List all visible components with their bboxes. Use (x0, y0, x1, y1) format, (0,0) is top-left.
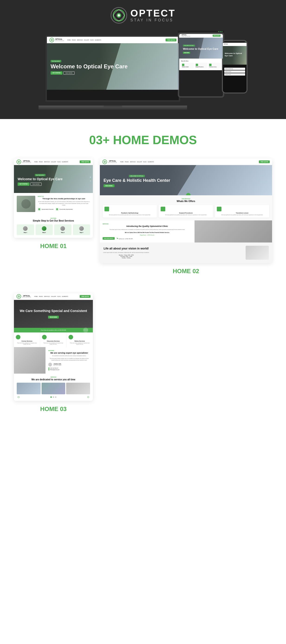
tablet-frame: OPTICALSTAY IN FOCUS FREE QUOTE WELCOME … (178, 32, 224, 98)
home1-step-title-1: Step 1 (18, 232, 33, 233)
laptop-hero-title: Welcome to Optical Eye Care (51, 63, 128, 70)
home3-service-icon-2 (42, 335, 47, 340)
home2-card[interactable]: OPTICALSTAY IN FOCUS HOME PAGES SERVICES… (100, 158, 272, 263)
home3-nav-elements: ELEMENTS (62, 296, 68, 297)
home3-service-title-1: Cornea Services (16, 340, 38, 342)
tablet-hero-btn: READ MORE (183, 52, 190, 54)
home1-card[interactable]: OPTICALSTAY IN FOCUS HOME PAGES SERVICES… (14, 158, 93, 238)
laptop-nav-services: SERVICES (77, 39, 83, 41)
home3-next-dot (87, 396, 89, 398)
home2-clinic-author: MagicPixels - 100% Results (103, 234, 192, 236)
home1-about-text-p: At the Good Samaritan Society, you can t… (38, 201, 90, 206)
home3-label: HOME 03 (14, 406, 93, 413)
phone-service-3: Transitions Lenses (224, 73, 245, 76)
tablet-service-3: Transitions Lenses (208, 63, 221, 68)
home3-dot-1 (50, 396, 52, 398)
home1-hero-btn2: READ MORE (30, 182, 42, 186)
phone-hero-content: Welcome to Optical Eye Care (225, 52, 243, 58)
tablet-site-logo: OPTICALSTAY IN FOCUS (181, 34, 190, 37)
home3-logo-placeholder: YOUR LOGO (84, 330, 88, 330)
home3-nav-cta: FREE QUOTE (80, 295, 91, 298)
home3-expert-list-text-1: Lean eye drop oil (50, 368, 58, 369)
home2-services-label: OUR SERVICES (103, 198, 269, 200)
home3-right-spacer (100, 294, 272, 298)
svg-point-9 (18, 161, 19, 162)
home1-step-icon-4 (79, 226, 84, 231)
laptop-nav-blog: BLOG (91, 39, 94, 41)
home1-label-prefix: HOME (40, 242, 60, 250)
home1-about-title: Through the lens media partnerships in e… (38, 198, 90, 200)
home1-nav-pages: PAGES (39, 161, 43, 162)
phone-services-list: Paediatric Ophthalmology Surgical Proced… (224, 68, 245, 76)
home3-expert-role: Eye Drop Dripper (53, 364, 62, 366)
home1-hero: Eye Specialists Welcome to Optical Eye C… (14, 165, 93, 193)
home2-hero-title: Eye Care & Holistic Health Center (104, 178, 170, 183)
home1-nav: OPTICALSTAY IN FOCUS HOME PAGES SERVICES… (14, 158, 93, 165)
home1-step-title-4: Step 4 (74, 232, 89, 233)
logo-area: OPTECT STAY IN FOCUS (111, 7, 175, 24)
home3-nav: OPTICALSTAY IN FOCUS HOME PAGES SERVICES… (14, 294, 93, 300)
tablet-hero-btns: READ MORE (183, 52, 218, 54)
home1-step-1: Step 1 (17, 224, 34, 235)
laptop-hero-badge: Eye Specialists (51, 60, 61, 62)
svg-point-6 (51, 40, 52, 40)
laptop-mockup: OPTICALSTAY IN FOCUS HOME PAGES SERVICES… (38, 35, 187, 110)
tablet-hero-title: Welcome to Optical Eye Care (183, 48, 218, 50)
home3-gallery-1 (17, 383, 41, 394)
svg-point-3 (118, 14, 120, 16)
phone-site-nav: OPTICAL (223, 43, 247, 46)
home1-nav-links: HOME PAGES SERVICES GALLERY BLOG ELEMENT… (34, 161, 68, 162)
tablet-service-title-3: Transitions Lenses (209, 66, 220, 68)
header-section: OPTECT STAY IN FOCUS OPTICALSTAY IN (0, 0, 286, 119)
laptop-nav-gallery: GALLERY (84, 39, 89, 41)
laptop-site-hero: Eye Specialists Welcome to Optical Eye C… (47, 43, 179, 90)
home2-services: OUR SERVICES Whats We Offers Paediatric … (100, 195, 272, 220)
tablet-service-2: Surgical Procedures (195, 63, 208, 68)
laptop-screen: OPTICALSTAY IN FOCUS HOME PAGES SERVICES… (45, 35, 180, 102)
home1-steps-label: DOCTORS (17, 218, 90, 219)
home3-label-number: 03 (60, 406, 67, 412)
tablet-status-bar (178, 31, 224, 32)
home1-badges: Appropriately Empower Dynamically Approp… (38, 208, 90, 211)
home2-hero: WELCOME TO OPTICAL Eye Care & Holistic H… (100, 165, 272, 195)
home2-hero-btns: READ MORE (104, 184, 170, 187)
home2-nav-cta: FREE QUOTE (259, 160, 270, 163)
phone-hero-title: Welcome to Optical Eye Care (225, 52, 243, 57)
phone-content-area: Our Services Paediatric Ophthalmology Su… (223, 65, 247, 77)
home1-hero-content: Eye Specialists Welcome to Optical Eye C… (18, 172, 62, 186)
brand-tagline: STAY IN FOCUS (131, 18, 175, 22)
home3-dedicated-title: We are dedicated to service you all time (17, 378, 90, 381)
home3-expert-info: Author Info Eye Drop Dripper (53, 363, 62, 366)
home3-card[interactable]: OPTICALSTAY IN FOCUS HOME PAGES SERVICES… (14, 294, 93, 401)
home3-expert-list: Lean eye drop oil Massaging long eye (48, 368, 90, 370)
laptop-nav-home: HOME (67, 39, 71, 41)
phone-mockup: OPTICAL Welcome to Optical Eye Care Our … (222, 40, 248, 94)
demos-heading-accent: DEMOS (152, 133, 197, 147)
home3-expert-author-area: Author Info Eye Drop Dripper (48, 363, 90, 366)
home2-service-icon-1 (105, 207, 109, 211)
home2-clinic-title: Introducing the Quality Optometrist Clin… (103, 225, 192, 228)
home1-nav-elements: ELEMENTS (62, 161, 68, 162)
home3-services-row: Cornea Services There are many variation… (14, 332, 93, 347)
laptop-nav-cta: FREE QUOTE (165, 38, 176, 42)
home2-nav-home: HOME (120, 161, 124, 162)
home3-nav-pages: PAGES (39, 296, 43, 297)
home1-step-title-2: Step 2 (36, 232, 52, 233)
brand-text-area: OPTECT STAY IN FOCUS (131, 8, 175, 22)
home1-badge-icon-2 (55, 208, 59, 211)
home3-gallery-row (17, 383, 90, 394)
tablet-section-title: Whats We Offers (181, 60, 221, 62)
home3-service-3: Retina Services There are many variation… (67, 332, 93, 347)
home3-service-text-1: There are many variations of majority ha… (16, 342, 38, 345)
home3-service-text-3: There are many variations of majority ha… (68, 342, 91, 345)
home3-service-icon-1 (16, 335, 20, 340)
device-showcase: OPTICALSTAY IN FOCUS HOME PAGES SERVICES… (38, 31, 248, 110)
brand-name: OPTECT (131, 8, 175, 18)
home3-dot-2 (53, 396, 54, 398)
demos-grid: OPTICALSTAY IN FOCUS HOME PAGES SERVICES… (9, 158, 277, 413)
tablet-service-1: Paediatric Ophth. (181, 63, 194, 68)
home1-badge-label-2: Dynamically Appropriately (59, 208, 73, 210)
tablet-service-icon-2 (196, 64, 198, 66)
home1-about-img (17, 196, 35, 212)
home1-nav-blog: BLOG (58, 161, 61, 162)
